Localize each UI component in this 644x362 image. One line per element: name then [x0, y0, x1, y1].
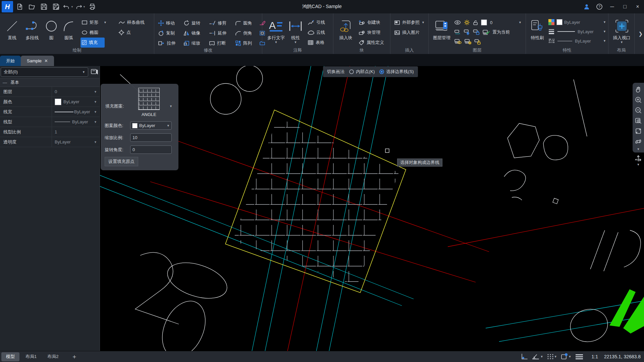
scale-button[interactable]: 缩放 [182, 38, 208, 48]
linetype-control[interactable]: ByLayer ▼ [548, 36, 606, 46]
save-button[interactable] [39, 1, 49, 12]
zoom-in-button[interactable] [634, 96, 643, 104]
grid-dropdown-caret[interactable]: ▼ [554, 355, 557, 358]
maximize-button[interactable]: □ [619, 0, 631, 13]
linetype-dropdown-caret[interactable]: ▼ [603, 39, 606, 43]
hatch-button[interactable]: 填充 [80, 38, 105, 48]
layer-lock-icon[interactable] [473, 29, 480, 35]
layer-unlock-icon[interactable] [473, 20, 478, 25]
pattern-preview[interactable] [138, 88, 160, 110]
xref-button[interactable]: 外部参照 ▼ [393, 17, 426, 27]
insert-block-button[interactable]: 插入块 [336, 17, 356, 41]
add-layout-button[interactable]: ＋ [69, 353, 79, 361]
chamfer-button[interactable]: 倒角 [234, 28, 258, 38]
status-menu-button[interactable] [575, 353, 584, 360]
orbit-dropdown-caret[interactable]: ▼ [637, 147, 640, 151]
layer-color-swatch[interactable] [481, 19, 487, 25]
scale-input[interactable] [130, 133, 172, 142]
rotate-button[interactable]: 旋转 [182, 18, 208, 28]
tab-close-icon[interactable]: ✕ [44, 58, 48, 63]
xref-dropdown-caret[interactable]: ▼ [422, 21, 425, 24]
new-file-button[interactable] [14, 1, 25, 12]
create-block-button[interactable]: 创建块 [358, 17, 385, 27]
section-basic[interactable]: — 基本 [0, 78, 100, 87]
insert-viewport-button[interactable]: 插入视口 ▼ [611, 17, 632, 44]
match-props-button[interactable]: 特性刷 [529, 17, 546, 41]
dim-dropdown-caret[interactable]: ▼ [294, 41, 297, 44]
print-button[interactable] [87, 1, 98, 12]
tab-sample[interactable]: Sample ✕ [21, 56, 54, 66]
layer-dropdown-caret[interactable]: ▼ [519, 21, 522, 24]
viewport-dropdown-caret[interactable]: ▼ [620, 41, 623, 44]
layer-filter-select[interactable]: 全部(0) ▼ [1, 67, 88, 77]
mtext-button[interactable]: A 多行文字 ▼ [265, 17, 287, 44]
tab-start[interactable]: 开始 [0, 56, 21, 66]
point-button[interactable]: 点 [117, 27, 146, 38]
radio-select-boundary[interactable]: 选择边界线(S) [379, 69, 414, 75]
extend-button[interactable]: 延伸 [208, 28, 234, 38]
table-button[interactable]: 表格 [307, 38, 326, 48]
osnap-dropdown-caret[interactable]: ▼ [569, 355, 572, 358]
dim-linear-button[interactable]: 线性 ▼ [287, 17, 304, 44]
zoom-out-button[interactable] [634, 106, 643, 115]
axes-dropdown-caret[interactable]: ▼ [637, 163, 640, 166]
undo-button[interactable]: ▼ [63, 1, 73, 12]
ortho-toggle[interactable] [520, 353, 528, 360]
layer-visible-icon[interactable] [454, 20, 461, 25]
polyline-button[interactable]: 多段线 [21, 17, 43, 41]
line-button[interactable]: 直线 [3, 17, 21, 41]
stretch-button[interactable]: 拉伸 [157, 38, 182, 48]
object-snap-toggle[interactable]: ▼ [560, 353, 572, 360]
layer-unlock2-icon[interactable] [474, 39, 481, 45]
layer-on-icon[interactable] [454, 39, 462, 44]
mtext-dropdown-caret[interactable]: ▼ [275, 41, 278, 44]
rectangle-button[interactable]: 矩形 ▼ [80, 17, 115, 27]
prop-value-ltscale[interactable]: 1 [52, 127, 100, 137]
prop-value-lineweight[interactable]: ByLayer▼ [52, 107, 100, 117]
zoom-extents-button[interactable] [634, 127, 643, 135]
prop-value-transparency[interactable]: ByLayer▼ [52, 137, 100, 147]
leader-button[interactable]: A 引线 [307, 17, 326, 27]
panel-settings-button[interactable] [90, 68, 99, 76]
orbit-button[interactable] [634, 137, 643, 146]
polar-dropdown-caret[interactable]: ▼ [540, 355, 543, 358]
scale-indicator[interactable]: 1:1 [592, 354, 598, 359]
ribbon-expand-chevron[interactable]: ❯ [637, 29, 644, 38]
redo-button[interactable]: ▼ [75, 1, 86, 12]
close-button[interactable]: × [631, 0, 644, 13]
user-account-button[interactable] [580, 0, 593, 13]
ucs-widget[interactable]: ▼ [633, 154, 644, 166]
prop-value-linetype[interactable]: ByLayer▼ [52, 117, 100, 127]
redo-dropdown-caret[interactable]: ▼ [83, 5, 86, 8]
mirror-button[interactable]: 镜像 [182, 28, 208, 38]
pattern-color-select[interactable]: ByLayer ▼ [130, 121, 172, 130]
layer-freeze-icon[interactable] [464, 29, 470, 35]
layer-manage-button[interactable]: 图层管理 [431, 17, 452, 41]
zoom-window-button[interactable] [634, 116, 643, 125]
pan-button[interactable] [634, 85, 643, 94]
array-button[interactable]: 阵列 [234, 38, 258, 48]
radio-inner-point[interactable]: 内部点(K) [349, 69, 375, 75]
ellipse-button[interactable]: 椭圆 [80, 27, 115, 38]
block-manage-button[interactable]: 块管理 [358, 27, 385, 38]
layer-thaw-icon[interactable] [464, 39, 472, 45]
layer-set-current-icon[interactable] [482, 29, 490, 35]
angle-input[interactable] [130, 145, 172, 154]
circle-button[interactable]: 圆 [43, 17, 60, 41]
tab-layout1[interactable]: 布局1 [21, 352, 41, 361]
insert-image-button[interactable]: 插入图片 [393, 27, 426, 38]
prop-value-color[interactable]: ByLayer▼ [52, 97, 100, 107]
tab-layout2[interactable]: 布局2 [43, 352, 63, 361]
arc-button[interactable]: 圆弧 [60, 17, 78, 41]
open-file-button[interactable] [26, 1, 37, 12]
tab-model[interactable]: 模型 [1, 352, 19, 361]
lineweight-control[interactable]: ByLayer ▼ [548, 27, 606, 36]
trim-button[interactable]: 修剪 [208, 18, 234, 28]
set-origin-button[interactable]: 设置填充原点 [105, 157, 138, 166]
help-button[interactable]: ? [593, 0, 606, 13]
grid-snap-toggle[interactable]: ▼ [547, 353, 557, 360]
break-button[interactable]: 打断 [208, 38, 234, 48]
save-as-button[interactable] [51, 1, 61, 12]
copy-button[interactable]: 复制 [157, 28, 182, 38]
layer-sun-icon[interactable] [464, 19, 470, 25]
